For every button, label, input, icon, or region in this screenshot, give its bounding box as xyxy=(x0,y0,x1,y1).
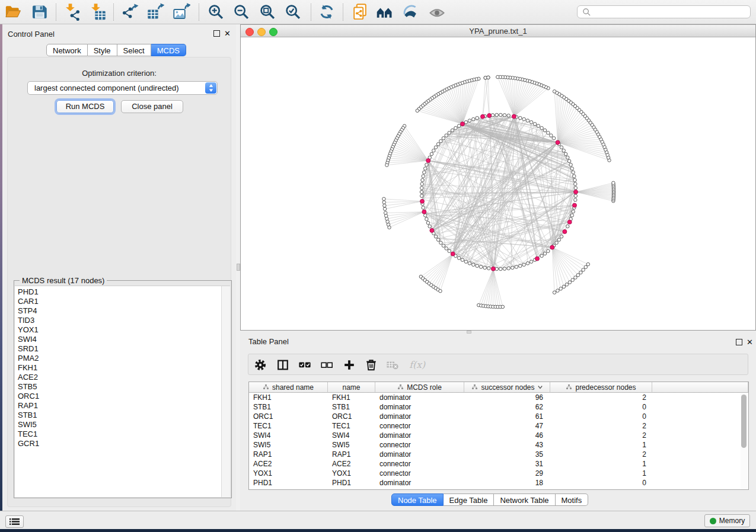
table-row-SWI5[interactable]: SWI5SWI5connector431 xyxy=(249,440,748,450)
cell-shared_name: YOX1 xyxy=(249,469,328,478)
search-overview-icon[interactable] xyxy=(376,3,394,21)
delete-column-icon[interactable] xyxy=(365,358,378,371)
mcds-result-item[interactable]: YOX1 xyxy=(15,325,230,335)
network-window-titlebar[interactable]: YPA_prune.txt_1 xyxy=(241,25,755,37)
table-row-RAP1[interactable]: RAP1RAP1dominator352 xyxy=(249,450,748,459)
delete-table-icon[interactable] xyxy=(386,358,399,371)
mcds-result-item[interactable]: SWI4 xyxy=(15,335,230,344)
mcds-result-item[interactable]: STP4 xyxy=(15,306,230,316)
select-all-checkboxes-icon[interactable] xyxy=(298,358,311,371)
zoom-selected-icon[interactable] xyxy=(284,3,302,21)
column-header-name[interactable]: name xyxy=(328,382,375,393)
save-session-icon[interactable] xyxy=(30,3,48,21)
tab-select[interactable]: Select xyxy=(117,44,151,56)
tab-network[interactable]: Network xyxy=(46,44,88,56)
import-network-icon[interactable] xyxy=(63,3,81,21)
cell-shared_name: SWI4 xyxy=(249,431,328,440)
mcds-list-scrollbar[interactable] xyxy=(221,286,230,497)
mcds-result-item[interactable]: PMA2 xyxy=(15,354,230,363)
vertical-splitter[interactable] xyxy=(236,24,240,511)
tab-edge-table[interactable]: Edge Table xyxy=(444,493,495,506)
cell-predecessor_nodes: 0 xyxy=(550,402,652,412)
cell-successor_nodes: 35 xyxy=(464,450,550,459)
close-panel-icon[interactable]: ✕ xyxy=(747,339,753,345)
settings-gear-icon[interactable] xyxy=(254,358,267,371)
share-document-icon[interactable] xyxy=(351,3,369,21)
mcds-result-item[interactable]: RAP1 xyxy=(15,401,230,411)
column-header-MCDS-role[interactable]: MCDS role xyxy=(375,382,464,393)
cell-name: RAP1 xyxy=(328,450,375,459)
cell-predecessor_nodes: 2 xyxy=(550,421,652,431)
table-header: shared namenameMCDS rolesuccessor nodesp… xyxy=(249,382,748,393)
memory-button[interactable]: Memory xyxy=(704,514,750,527)
tab-mcds[interactable]: MCDS xyxy=(151,44,186,56)
tab-motifs[interactable]: Motifs xyxy=(556,493,589,506)
close-panel-icon[interactable]: ✕ xyxy=(224,31,231,36)
cell-mcds_role: dominator xyxy=(375,412,464,421)
export-table-icon[interactable] xyxy=(146,3,164,21)
table-row-FKH1[interactable]: FKH1FKH1dominator962 xyxy=(249,393,748,402)
float-panel-icon[interactable] xyxy=(736,339,742,345)
mcds-result-item[interactable]: SRD1 xyxy=(15,344,230,354)
add-column-icon[interactable] xyxy=(343,358,356,371)
table-row-ACE2[interactable]: ACE2ACE2connector311 xyxy=(249,459,748,469)
close-panel-button[interactable]: Close panel xyxy=(121,100,183,113)
zoom-out-icon[interactable] xyxy=(232,3,250,21)
mcds-result-item[interactable]: GCR1 xyxy=(15,439,230,448)
split-view-icon[interactable] xyxy=(276,358,289,371)
toolbar-separator xyxy=(311,4,311,21)
network-graph[interactable] xyxy=(241,37,755,330)
mcds-result-item[interactable]: PHD1 xyxy=(15,286,230,297)
mcds-result-item[interactable]: ORC1 xyxy=(15,392,230,401)
cell-predecessor_nodes: 2 xyxy=(550,450,652,459)
refresh-view-icon[interactable] xyxy=(318,3,336,21)
mcds-result-item[interactable]: TID3 xyxy=(15,316,230,325)
float-panel-icon[interactable] xyxy=(213,30,220,37)
tab-style[interactable]: Style xyxy=(88,44,117,56)
export-network-icon[interactable] xyxy=(121,3,139,21)
zoom-fit-icon[interactable] xyxy=(259,3,276,21)
table-row-TEC1[interactable]: TEC1TEC1connector472 xyxy=(249,421,748,431)
mcds-result-item[interactable]: STB1 xyxy=(15,411,230,420)
table-row-ORC1[interactable]: ORC1ORC1dominator610 xyxy=(249,412,748,421)
column-header-shared-name[interactable]: shared name xyxy=(249,382,328,393)
mcds-result-list[interactable]: PHD1CAR1STP4TID3YOX1SWI4SRD1PMA2FKH1ACE2… xyxy=(15,286,230,497)
search-input[interactable] xyxy=(577,5,751,18)
function-builder-icon[interactable]: f(x) xyxy=(407,358,429,371)
criterion-dropdown[interactable]: largest connected component (undirected) xyxy=(27,81,218,95)
clear-checkboxes-icon[interactable] xyxy=(320,358,333,371)
table-row-SWI4[interactable]: SWI4SWI4dominator462 xyxy=(249,431,748,440)
zoom-in-icon[interactable] xyxy=(207,3,225,21)
mcds-result-item[interactable]: FKH1 xyxy=(15,363,230,373)
cell-successor_nodes: 47 xyxy=(464,421,550,431)
table-scrollbar[interactable] xyxy=(741,393,748,489)
cell-shared_name: ORC1 xyxy=(249,412,328,421)
mcds-result-item[interactable]: TEC1 xyxy=(15,430,230,439)
hide-details-icon[interactable] xyxy=(401,3,419,21)
export-image-icon[interactable] xyxy=(173,3,190,21)
show-eye-icon[interactable] xyxy=(428,3,446,21)
table-row-STB1[interactable]: STB1STB1dominator620 xyxy=(249,402,748,412)
cell-mcds_role: dominator xyxy=(375,431,464,440)
tab-node-table[interactable]: Node Table xyxy=(391,493,444,506)
table-row-PHD1[interactable]: PHD1PHD1dominator180 xyxy=(249,478,748,488)
cell-predecessor_nodes: 1 xyxy=(550,459,652,469)
table-row-YOX1[interactable]: YOX1YOX1connector291 xyxy=(249,469,748,478)
mcds-result-item[interactable]: SWI5 xyxy=(15,420,230,430)
cell-successor_nodes: 46 xyxy=(464,431,550,440)
column-header-successor-nodes[interactable]: successor nodes xyxy=(464,382,550,393)
scrollbar-thumb[interactable] xyxy=(741,395,747,448)
panel-list-button[interactable] xyxy=(5,515,24,528)
mcds-result-groupbox: MCDS result (17 nodes) PHD1CAR1STP4TID3Y… xyxy=(14,280,232,498)
mcds-result-item[interactable]: CAR1 xyxy=(15,297,230,306)
mcds-result-item[interactable]: ACE2 xyxy=(15,373,230,382)
mcds-result-item[interactable]: STB5 xyxy=(15,382,230,392)
run-mcds-button[interactable]: Run MCDS xyxy=(56,100,114,113)
import-table-icon[interactable] xyxy=(89,3,107,21)
open-folder-icon[interactable] xyxy=(4,3,22,21)
column-header-predecessor-nodes[interactable]: predecessor nodes xyxy=(550,382,652,393)
search-icon xyxy=(582,8,591,17)
app-body: Control Panel ✕ NetworkStyleSelectMCDS O… xyxy=(0,0,756,529)
cell-predecessor_nodes: 0 xyxy=(550,478,652,488)
tab-network-table[interactable]: Network Table xyxy=(494,493,555,506)
